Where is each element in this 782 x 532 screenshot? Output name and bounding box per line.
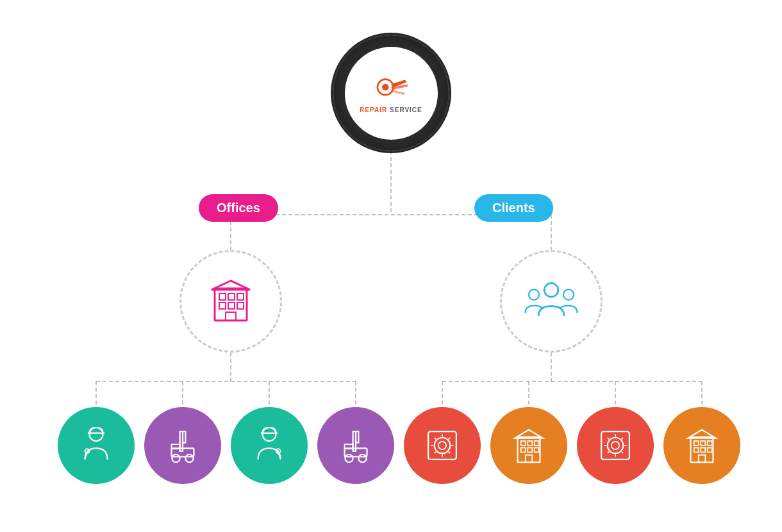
svg-line-80 [622,452,624,454]
svg-point-52 [438,442,446,449]
svg-point-72 [611,442,619,449]
svg-rect-35 [183,431,185,443]
svg-rect-45 [356,431,358,443]
svg-rect-67 [535,448,539,453]
svg-rect-68 [526,455,533,462]
office-building1-circle [490,407,567,484]
svg-rect-83 [701,441,705,445]
logo-text: REPAIR SERVICE [360,106,422,113]
svg-point-37 [172,454,179,462]
svg-rect-82 [694,441,699,445]
svg-rect-87 [708,448,712,453]
safe2-circle [577,407,654,484]
svg-line-59 [435,452,437,454]
root-node: REPAIR SERVICE [333,35,449,151]
svg-rect-21 [237,294,244,300]
svg-point-71 [608,438,624,454]
clients-pill: Clients [474,194,553,222]
org-chart: REPAIR SERVICE Offices Clients [38,16,744,516]
svg-point-29 [563,289,574,299]
svg-point-47 [345,454,353,462]
svg-rect-62 [521,441,526,445]
svg-rect-19 [219,294,226,300]
svg-rect-65 [521,448,526,453]
svg-rect-64 [535,441,539,445]
svg-rect-63 [528,441,532,445]
svg-line-77 [608,438,610,440]
offices-mid-circle [179,250,282,353]
svg-rect-66 [528,448,532,453]
root-inner: REPAIR SERVICE [345,47,438,140]
forklift1-circle [144,407,221,484]
safe1-circle [404,407,481,484]
svg-line-60 [449,452,451,454]
people-icon [522,278,580,326]
svg-rect-25 [226,312,236,320]
svg-point-38 [185,454,193,462]
svg-rect-20 [228,294,235,300]
svg-point-48 [358,454,366,462]
forklift2-circle [317,407,394,484]
worker1-circle [58,407,135,484]
building-icon [205,276,256,327]
svg-point-28 [529,289,539,299]
clients-mid-circle [500,250,603,353]
svg-line-58 [449,438,451,440]
svg-line-79 [608,452,610,454]
svg-rect-84 [708,441,712,445]
svg-rect-23 [228,303,235,309]
svg-rect-24 [237,303,244,309]
svg-line-78 [622,438,624,440]
svg-rect-22 [219,303,226,309]
office-building2-circle [663,407,740,484]
svg-point-51 [435,438,451,454]
svg-rect-88 [699,455,706,462]
svg-rect-85 [694,448,699,453]
svg-rect-86 [701,448,705,453]
svg-point-27 [544,283,558,297]
worker2-circle [231,407,308,484]
svg-line-57 [435,438,437,440]
svg-point-17 [382,84,389,91]
offices-pill: Offices [199,194,278,222]
logo-icon [369,73,413,105]
